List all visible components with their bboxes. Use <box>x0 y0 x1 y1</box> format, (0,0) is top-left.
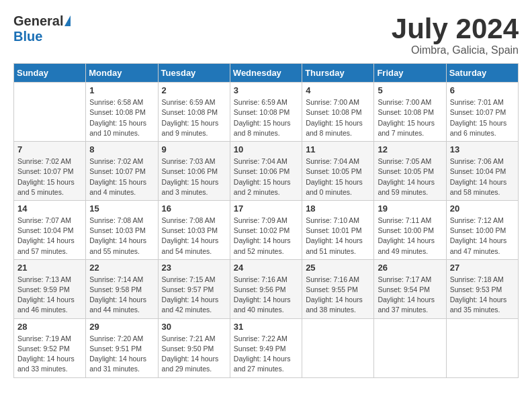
day-info: Sunrise: 7:15 AM Sunset: 9:57 PM Dayligh… <box>162 275 226 316</box>
calendar-cell: 23Sunrise: 7:15 AM Sunset: 9:57 PM Dayli… <box>158 259 230 318</box>
calendar-cell: 17Sunrise: 7:09 AM Sunset: 10:02 PM Dayl… <box>230 200 302 259</box>
logo-general-text: General <box>13 13 63 29</box>
calendar-table: SundayMondayTuesdayWednesdayThursdayFrid… <box>13 63 519 377</box>
day-number: 16 <box>162 203 226 214</box>
day-info: Sunrise: 7:03 AM Sunset: 10:06 PM Daylig… <box>162 156 226 197</box>
calendar-cell: 31Sunrise: 7:22 AM Sunset: 9:49 PM Dayli… <box>230 318 302 377</box>
day-info: Sunrise: 7:09 AM Sunset: 10:02 PM Daylig… <box>234 216 298 257</box>
calendar-cell: 24Sunrise: 7:16 AM Sunset: 9:56 PM Dayli… <box>230 259 302 318</box>
day-number: 19 <box>378 203 442 214</box>
day-number: 7 <box>17 144 82 154</box>
day-number: 26 <box>378 263 442 273</box>
calendar-week-row: 7Sunrise: 7:02 AM Sunset: 10:07 PM Dayli… <box>14 142 519 201</box>
day-info: Sunrise: 7:04 AM Sunset: 10:05 PM Daylig… <box>306 156 370 197</box>
day-number: 13 <box>450 144 515 154</box>
logo-triangle-icon <box>64 15 71 26</box>
day-number: 20 <box>450 203 515 214</box>
day-number: 9 <box>162 144 226 154</box>
day-info: Sunrise: 7:17 AM Sunset: 9:54 PM Dayligh… <box>378 275 442 316</box>
calendar-cell: 27Sunrise: 7:18 AM Sunset: 9:53 PM Dayli… <box>446 259 518 318</box>
day-info: Sunrise: 7:08 AM Sunset: 10:03 PM Daylig… <box>162 216 226 257</box>
day-number: 8 <box>89 144 154 154</box>
calendar-cell: 30Sunrise: 7:21 AM Sunset: 9:50 PM Dayli… <box>158 318 230 377</box>
calendar-cell <box>374 318 446 377</box>
day-number: 6 <box>450 85 515 95</box>
calendar-cell: 1Sunrise: 6:58 AM Sunset: 10:08 PM Dayli… <box>86 83 158 142</box>
day-info: Sunrise: 7:07 AM Sunset: 10:04 PM Daylig… <box>17 216 82 257</box>
day-info: Sunrise: 7:12 AM Sunset: 10:00 PM Daylig… <box>450 216 515 257</box>
calendar-cell: 11Sunrise: 7:04 AM Sunset: 10:05 PM Dayl… <box>302 142 374 201</box>
title-area: July 2024 Oimbra, Galicia, Spain <box>392 13 519 56</box>
day-number: 23 <box>162 263 226 273</box>
weekday-header: Monday <box>86 64 158 83</box>
day-number: 27 <box>450 263 515 273</box>
day-number: 11 <box>306 144 370 154</box>
day-info: Sunrise: 7:04 AM Sunset: 10:06 PM Daylig… <box>234 156 298 197</box>
day-info: Sunrise: 7:08 AM Sunset: 10:03 PM Daylig… <box>89 216 154 257</box>
calendar-cell: 26Sunrise: 7:17 AM Sunset: 9:54 PM Dayli… <box>374 259 446 318</box>
calendar-cell: 10Sunrise: 7:04 AM Sunset: 10:06 PM Dayl… <box>230 142 302 201</box>
weekday-header: Sunday <box>14 64 86 83</box>
calendar-week-row: 14Sunrise: 7:07 AM Sunset: 10:04 PM Dayl… <box>14 200 519 259</box>
day-info: Sunrise: 7:16 AM Sunset: 9:55 PM Dayligh… <box>306 275 370 316</box>
calendar-cell: 19Sunrise: 7:11 AM Sunset: 10:00 PM Dayl… <box>374 200 446 259</box>
day-number: 2 <box>162 85 226 95</box>
calendar-cell: 6Sunrise: 7:01 AM Sunset: 10:07 PM Dayli… <box>446 83 518 142</box>
day-info: Sunrise: 7:21 AM Sunset: 9:50 PM Dayligh… <box>162 334 226 375</box>
day-number: 12 <box>378 144 442 154</box>
day-number: 18 <box>306 203 370 214</box>
day-info: Sunrise: 7:01 AM Sunset: 10:07 PM Daylig… <box>450 97 515 138</box>
calendar-cell: 12Sunrise: 7:05 AM Sunset: 10:05 PM Dayl… <box>374 142 446 201</box>
calendar-body: 1Sunrise: 6:58 AM Sunset: 10:08 PM Dayli… <box>14 83 519 377</box>
day-number: 31 <box>234 322 298 332</box>
calendar-cell: 7Sunrise: 7:02 AM Sunset: 10:07 PM Dayli… <box>14 142 86 201</box>
weekday-header: Friday <box>374 64 446 83</box>
day-number: 28 <box>17 322 82 332</box>
day-number: 10 <box>234 144 298 154</box>
calendar-week-row: 28Sunrise: 7:19 AM Sunset: 9:52 PM Dayli… <box>14 318 519 377</box>
calendar-cell: 13Sunrise: 7:06 AM Sunset: 10:04 PM Dayl… <box>446 142 518 201</box>
day-info: Sunrise: 7:00 AM Sunset: 10:08 PM Daylig… <box>306 97 370 138</box>
calendar-cell: 15Sunrise: 7:08 AM Sunset: 10:03 PM Dayl… <box>86 200 158 259</box>
calendar-cell <box>302 318 374 377</box>
calendar-cell: 14Sunrise: 7:07 AM Sunset: 10:04 PM Dayl… <box>14 200 86 259</box>
day-info: Sunrise: 7:14 AM Sunset: 9:58 PM Dayligh… <box>89 275 154 316</box>
day-number: 4 <box>306 85 370 95</box>
weekday-header: Thursday <box>302 64 374 83</box>
day-info: Sunrise: 7:13 AM Sunset: 9:59 PM Dayligh… <box>17 275 82 316</box>
location: Oimbra, Galicia, Spain <box>392 44 519 56</box>
day-number: 21 <box>17 263 82 273</box>
day-number: 14 <box>17 203 82 214</box>
day-info: Sunrise: 7:02 AM Sunset: 10:07 PM Daylig… <box>17 156 82 197</box>
calendar-cell: 9Sunrise: 7:03 AM Sunset: 10:06 PM Dayli… <box>158 142 230 201</box>
day-info: Sunrise: 7:16 AM Sunset: 9:56 PM Dayligh… <box>234 275 298 316</box>
calendar-header-row: SundayMondayTuesdayWednesdayThursdayFrid… <box>14 64 519 83</box>
calendar-cell: 2Sunrise: 6:59 AM Sunset: 10:08 PM Dayli… <box>158 83 230 142</box>
day-info: Sunrise: 7:11 AM Sunset: 10:00 PM Daylig… <box>378 216 442 257</box>
calendar-cell: 25Sunrise: 7:16 AM Sunset: 9:55 PM Dayli… <box>302 259 374 318</box>
calendar-cell: 18Sunrise: 7:10 AM Sunset: 10:01 PM Dayl… <box>302 200 374 259</box>
calendar-cell: 5Sunrise: 7:00 AM Sunset: 10:08 PM Dayli… <box>374 83 446 142</box>
logo: General Blue <box>13 13 71 44</box>
day-info: Sunrise: 7:22 AM Sunset: 9:49 PM Dayligh… <box>234 334 298 375</box>
day-info: Sunrise: 7:18 AM Sunset: 9:53 PM Dayligh… <box>450 275 515 316</box>
day-info: Sunrise: 6:59 AM Sunset: 10:08 PM Daylig… <box>162 97 226 138</box>
calendar-cell: 28Sunrise: 7:19 AM Sunset: 9:52 PM Dayli… <box>14 318 86 377</box>
calendar-cell: 22Sunrise: 7:14 AM Sunset: 9:58 PM Dayli… <box>86 259 158 318</box>
calendar-cell: 16Sunrise: 7:08 AM Sunset: 10:03 PM Dayl… <box>158 200 230 259</box>
calendar-cell: 4Sunrise: 7:00 AM Sunset: 10:08 PM Dayli… <box>302 83 374 142</box>
day-info: Sunrise: 7:19 AM Sunset: 9:52 PM Dayligh… <box>17 334 82 375</box>
day-info: Sunrise: 7:06 AM Sunset: 10:04 PM Daylig… <box>450 156 515 197</box>
weekday-header: Tuesday <box>158 64 230 83</box>
day-info: Sunrise: 7:05 AM Sunset: 10:05 PM Daylig… <box>378 156 442 197</box>
calendar-cell: 3Sunrise: 6:59 AM Sunset: 10:08 PM Dayli… <box>230 83 302 142</box>
day-number: 24 <box>234 263 298 273</box>
calendar-cell: 29Sunrise: 7:20 AM Sunset: 9:51 PM Dayli… <box>86 318 158 377</box>
calendar-week-row: 1Sunrise: 6:58 AM Sunset: 10:08 PM Dayli… <box>14 83 519 142</box>
weekday-header: Wednesday <box>230 64 302 83</box>
day-info: Sunrise: 7:02 AM Sunset: 10:07 PM Daylig… <box>89 156 154 197</box>
day-number: 3 <box>234 85 298 95</box>
logo-blue-text: Blue <box>13 29 42 44</box>
calendar-cell <box>446 318 518 377</box>
calendar-cell: 20Sunrise: 7:12 AM Sunset: 10:00 PM Dayl… <box>446 200 518 259</box>
